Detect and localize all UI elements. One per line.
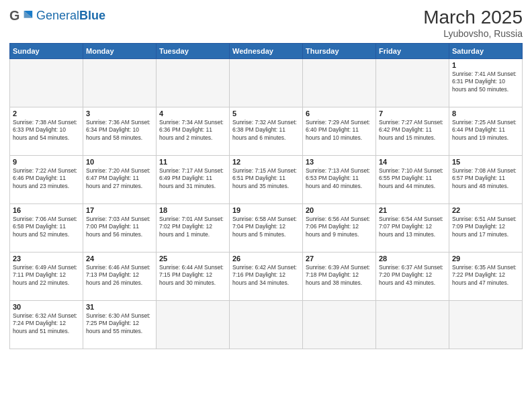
day-number: 30 <box>13 303 80 311</box>
day-info: Sunrise: 7:36 AM Sunset: 6:34 PM Dayligh… <box>86 119 153 142</box>
day-info: Sunrise: 6:51 AM Sunset: 7:09 PM Dayligh… <box>452 216 519 238</box>
month-year: March 2025 <box>423 7 523 28</box>
day-info: Sunrise: 6:56 AM Sunset: 7:06 PM Dayligh… <box>306 216 373 238</box>
calendar-cell: 11Sunrise: 7:17 AM Sunset: 6:49 PM Dayli… <box>157 156 230 204</box>
logo-text: GeneralBlue <box>36 9 105 23</box>
day-info: Sunrise: 7:06 AM Sunset: 6:58 PM Dayligh… <box>13 216 80 238</box>
day-info: Sunrise: 7:08 AM Sunset: 6:57 PM Dayligh… <box>452 167 519 190</box>
calendar-cell: 4Sunrise: 7:34 AM Sunset: 6:36 PM Daylig… <box>157 107 230 156</box>
logo-blue: Blue <box>79 9 105 22</box>
day-info: Sunrise: 6:54 AM Sunset: 7:07 PM Dayligh… <box>379 216 446 238</box>
day-info: Sunrise: 6:32 AM Sunset: 7:24 PM Dayligh… <box>13 312 80 335</box>
day-number: 28 <box>379 255 446 263</box>
day-info: Sunrise: 6:42 AM Sunset: 7:16 PM Dayligh… <box>232 264 300 287</box>
day-info: Sunrise: 7:10 AM Sunset: 6:55 PM Dayligh… <box>379 167 446 190</box>
logo-general: General <box>36 9 79 22</box>
day-number: 6 <box>306 109 373 118</box>
day-number: 14 <box>379 158 446 166</box>
calendar-cell: 15Sunrise: 7:08 AM Sunset: 6:57 PM Dayli… <box>449 156 523 204</box>
calendar-cell: 3Sunrise: 7:36 AM Sunset: 6:34 PM Daylig… <box>83 107 157 156</box>
calendar-cell: 25Sunrise: 6:44 AM Sunset: 7:15 PM Dayli… <box>157 253 230 301</box>
day-info: Sunrise: 7:20 AM Sunset: 6:47 PM Dayligh… <box>86 167 153 190</box>
day-info: Sunrise: 6:35 AM Sunset: 7:22 PM Dayligh… <box>452 264 519 287</box>
day-info: Sunrise: 6:44 AM Sunset: 7:15 PM Dayligh… <box>159 264 226 287</box>
day-number: 17 <box>86 206 153 214</box>
day-info: Sunrise: 6:58 AM Sunset: 7:04 PM Dayligh… <box>232 216 300 238</box>
day-info: Sunrise: 6:37 AM Sunset: 7:20 PM Dayligh… <box>379 264 446 287</box>
day-info: Sunrise: 7:32 AM Sunset: 6:38 PM Dayligh… <box>232 119 300 142</box>
calendar-cell <box>157 59 230 107</box>
calendar-cell <box>303 59 376 107</box>
day-info: Sunrise: 6:39 AM Sunset: 7:18 PM Dayligh… <box>306 264 373 287</box>
day-number: 20 <box>306 206 373 214</box>
day-number: 25 <box>159 255 226 263</box>
day-info: Sunrise: 6:49 AM Sunset: 7:11 PM Dayligh… <box>13 264 80 287</box>
col-monday: Monday <box>83 44 157 59</box>
calendar-week-row: 1Sunrise: 7:41 AM Sunset: 6:31 PM Daylig… <box>10 59 523 107</box>
calendar: Sunday Monday Tuesday Wednesday Thursday… <box>9 43 523 349</box>
day-number: 12 <box>232 158 300 166</box>
calendar-cell: 22Sunrise: 6:51 AM Sunset: 7:09 PM Dayli… <box>449 204 523 253</box>
calendar-cell: 20Sunrise: 6:56 AM Sunset: 7:06 PM Dayli… <box>303 204 376 253</box>
calendar-cell <box>449 301 523 349</box>
day-number: 21 <box>379 206 446 214</box>
calendar-cell <box>230 301 303 349</box>
day-number: 27 <box>306 255 373 263</box>
day-info: Sunrise: 7:29 AM Sunset: 6:40 PM Dayligh… <box>306 119 373 142</box>
calendar-cell: 26Sunrise: 6:42 AM Sunset: 7:16 PM Dayli… <box>230 253 303 301</box>
calendar-header-row: Sunday Monday Tuesday Wednesday Thursday… <box>10 44 523 59</box>
calendar-cell: 7Sunrise: 7:27 AM Sunset: 6:42 PM Daylig… <box>376 107 449 156</box>
col-tuesday: Tuesday <box>157 44 230 59</box>
day-info: Sunrise: 7:01 AM Sunset: 7:02 PM Dayligh… <box>159 216 226 238</box>
calendar-cell <box>10 59 83 107</box>
col-sunday: Sunday <box>10 44 83 59</box>
day-info: Sunrise: 7:27 AM Sunset: 6:42 PM Dayligh… <box>379 119 446 142</box>
day-number: 9 <box>13 158 80 166</box>
day-number: 15 <box>452 158 519 166</box>
col-wednesday: Wednesday <box>230 44 303 59</box>
calendar-cell: 6Sunrise: 7:29 AM Sunset: 6:40 PM Daylig… <box>303 107 376 156</box>
calendar-week-row: 9Sunrise: 7:22 AM Sunset: 6:46 PM Daylig… <box>10 156 523 204</box>
header: G GeneralBlue March 2025 Lyubovsho, Russ… <box>9 7 523 39</box>
page: G GeneralBlue March 2025 Lyubovsho, Russ… <box>0 0 532 411</box>
calendar-cell <box>303 301 376 349</box>
col-friday: Friday <box>376 44 449 59</box>
calendar-cell: 14Sunrise: 7:10 AM Sunset: 6:55 PM Dayli… <box>376 156 449 204</box>
day-number: 13 <box>306 158 373 166</box>
day-info: Sunrise: 7:15 AM Sunset: 6:51 PM Dayligh… <box>232 167 300 190</box>
day-number: 5 <box>232 109 300 118</box>
calendar-cell <box>83 59 157 107</box>
day-number: 22 <box>452 206 519 214</box>
day-info: Sunrise: 7:22 AM Sunset: 6:46 PM Dayligh… <box>13 167 80 190</box>
day-number: 1 <box>452 61 519 69</box>
day-info: Sunrise: 6:46 AM Sunset: 7:13 PM Dayligh… <box>86 264 153 287</box>
col-saturday: Saturday <box>449 44 523 59</box>
calendar-cell: 21Sunrise: 6:54 AM Sunset: 7:07 PM Dayli… <box>376 204 449 253</box>
calendar-cell <box>376 301 449 349</box>
title-block: March 2025 Lyubovsho, Russia <box>423 7 523 39</box>
calendar-cell: 17Sunrise: 7:03 AM Sunset: 7:00 PM Dayli… <box>83 204 157 253</box>
calendar-cell: 1Sunrise: 7:41 AM Sunset: 6:31 PM Daylig… <box>449 59 523 107</box>
calendar-cell: 19Sunrise: 6:58 AM Sunset: 7:04 PM Dayli… <box>230 204 303 253</box>
day-number: 23 <box>13 255 80 263</box>
day-info: Sunrise: 7:38 AM Sunset: 6:33 PM Dayligh… <box>13 119 80 142</box>
calendar-week-row: 16Sunrise: 7:06 AM Sunset: 6:58 PM Dayli… <box>10 204 523 253</box>
calendar-cell: 29Sunrise: 6:35 AM Sunset: 7:22 PM Dayli… <box>449 253 523 301</box>
calendar-cell: 8Sunrise: 7:25 AM Sunset: 6:44 PM Daylig… <box>449 107 523 156</box>
calendar-cell: 2Sunrise: 7:38 AM Sunset: 6:33 PM Daylig… <box>10 107 83 156</box>
day-info: Sunrise: 7:34 AM Sunset: 6:36 PM Dayligh… <box>159 119 226 142</box>
day-number: 24 <box>86 255 153 263</box>
calendar-week-row: 30Sunrise: 6:32 AM Sunset: 7:24 PM Dayli… <box>10 301 523 349</box>
day-info: Sunrise: 7:25 AM Sunset: 6:44 PM Dayligh… <box>452 119 519 142</box>
calendar-cell: 28Sunrise: 6:37 AM Sunset: 7:20 PM Dayli… <box>376 253 449 301</box>
day-number: 4 <box>159 109 226 118</box>
calendar-cell: 31Sunrise: 6:30 AM Sunset: 7:25 PM Dayli… <box>83 301 157 349</box>
day-info: Sunrise: 7:17 AM Sunset: 6:49 PM Dayligh… <box>159 167 226 190</box>
calendar-cell: 13Sunrise: 7:13 AM Sunset: 6:53 PM Dayli… <box>303 156 376 204</box>
day-number: 2 <box>13 109 80 118</box>
col-thursday: Thursday <box>303 44 376 59</box>
day-info: Sunrise: 6:30 AM Sunset: 7:25 PM Dayligh… <box>86 312 153 335</box>
day-number: 16 <box>13 206 80 214</box>
day-number: 31 <box>86 303 153 311</box>
logo: G GeneralBlue <box>9 7 105 26</box>
